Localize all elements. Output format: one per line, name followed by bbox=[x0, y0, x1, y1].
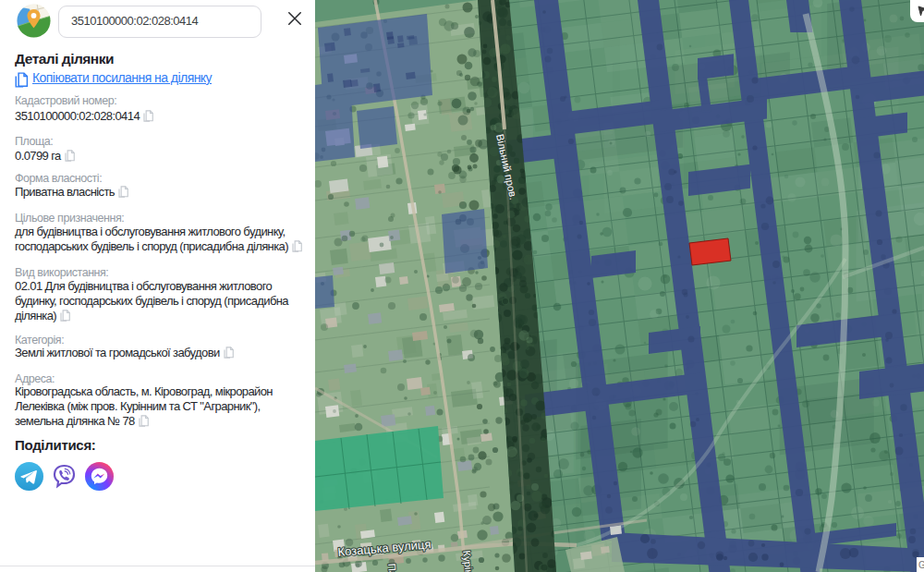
svg-text:G: G bbox=[918, 560, 924, 570]
svg-text:Пар: Пар bbox=[386, 563, 398, 572]
